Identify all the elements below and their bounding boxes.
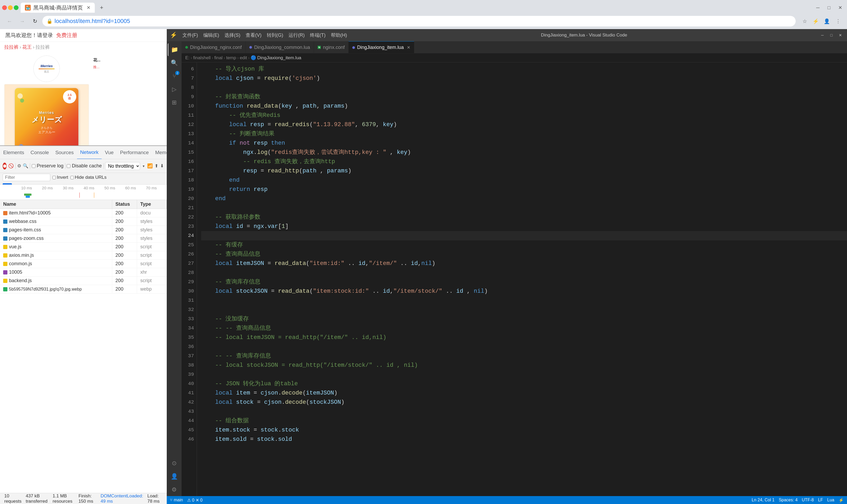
vscode-restore-btn[interactable]: □ xyxy=(828,32,835,39)
hide-data-urls-checkbox[interactable] xyxy=(70,176,74,179)
menu-btn[interactable]: ⋮ xyxy=(833,16,843,26)
vscode-status-git[interactable]: ⑂ main xyxy=(170,498,183,502)
code-line-46: item.sold = stock.sold xyxy=(201,435,847,444)
invert-checkbox[interactable] xyxy=(52,176,56,179)
preserve-log-label[interactable]: Preserve log xyxy=(32,163,64,169)
export-icon[interactable]: ⬇ xyxy=(160,163,164,169)
minimize-btn[interactable]: ─ xyxy=(813,3,823,13)
tab-nginx-conf-2[interactable]: N nginx.conf xyxy=(314,41,349,53)
hide-data-urls-label[interactable]: Hide data URLs xyxy=(70,175,107,180)
vscode-close-btn[interactable]: ✕ xyxy=(837,32,844,39)
th-type[interactable]: Type xyxy=(137,200,167,209)
devtools-tab-vue[interactable]: Vue xyxy=(102,146,117,159)
table-row[interactable]: webbase.css 200 styles xyxy=(0,217,167,226)
vscode-menu-help[interactable]: 帮助(H) xyxy=(329,31,349,39)
minimize-window-btn[interactable] xyxy=(8,5,13,10)
devtools-tab-network[interactable]: Network xyxy=(77,146,102,159)
activity-icon-account[interactable]: 👤 xyxy=(168,470,180,483)
bc-temp[interactable]: temp xyxy=(226,55,236,60)
vscode-status-lang[interactable]: Lua xyxy=(827,498,834,502)
activity-icon-search[interactable]: 🔍 xyxy=(168,57,180,69)
breadcrumb-item-2[interactable]: 花王 xyxy=(22,44,32,50)
preserve-log-checkbox[interactable] xyxy=(32,164,35,168)
import-icon[interactable]: ⬆ xyxy=(154,163,158,169)
activity-icon-settings[interactable]: ⚙ xyxy=(168,483,180,496)
vscode-logo: ⚡ xyxy=(170,32,177,39)
table-row[interactable]: 5b595759N7d92f931.jpg!q70.jpg.webp 200 w… xyxy=(0,285,167,293)
table-row[interactable]: pages-item.css 200 styles xyxy=(0,226,167,234)
editor-content: 6 7 8 9 10 11 12 13 14 15 16 17 xyxy=(182,62,847,496)
th-name[interactable]: Name xyxy=(0,200,112,209)
devtools-tab-performance[interactable]: Performance xyxy=(117,146,152,159)
table-row[interactable]: item.html?id=10005 200 docu xyxy=(0,209,167,217)
activity-icon-extensions[interactable]: ⊞ xyxy=(168,96,180,109)
bc-filename[interactable]: DingJiaxiong_item.lua xyxy=(257,55,301,60)
bc-drive[interactable]: E: xyxy=(185,55,190,60)
dom-content-loaded[interactable]: DOMContentLoaded: 49 ms xyxy=(101,493,143,504)
vscode-menu-terminal[interactable]: 终端(T) xyxy=(308,31,328,39)
table-row[interactable]: vue.js 200 script xyxy=(0,243,167,251)
table-row[interactable]: pages-zoom.css 200 styles xyxy=(0,234,167,243)
refresh-btn[interactable]: ↻ xyxy=(30,16,40,26)
url-text: localhost/item.html?id=10005 xyxy=(54,18,791,24)
devtools-tab-console[interactable]: Console xyxy=(27,146,52,159)
filter-icon-btn[interactable]: ⚙ xyxy=(17,163,21,169)
bookmark-btn[interactable]: ☆ xyxy=(800,16,809,26)
activity-icon-git[interactable]: ⑂ 2 xyxy=(168,70,180,83)
code-line-25: -- 有缓存 xyxy=(201,240,847,250)
invert-label[interactable]: Invert xyxy=(52,175,68,180)
tab-item-lua-active[interactable]: DingJiaxiong_item.lua ✕ xyxy=(349,41,414,53)
new-tab-btn[interactable]: + xyxy=(97,3,106,13)
tab-common-lua[interactable]: DingJiaxiong_common.lua xyxy=(246,41,314,53)
vscode-menu-file[interactable]: 文件(F) xyxy=(180,31,200,39)
extensions-btn[interactable]: ⚡ xyxy=(811,16,820,26)
wifi-icon[interactable]: 📶 xyxy=(147,163,153,169)
restore-btn[interactable]: □ xyxy=(824,3,834,13)
table-row[interactable]: axios.min.js 200 script xyxy=(0,251,167,260)
tab-close-item-lua[interactable]: ✕ xyxy=(407,45,410,50)
vscode-minimize-btn[interactable]: ─ xyxy=(819,32,826,39)
table-row[interactable]: common.js 200 script xyxy=(0,260,167,268)
clear-btn[interactable]: 🚫 xyxy=(8,163,14,169)
devtools-tab-sources[interactable]: Sources xyxy=(52,146,77,159)
tab-close-btn[interactable]: ✕ xyxy=(87,5,90,11)
forward-btn[interactable]: → xyxy=(17,16,28,26)
close-btn[interactable]: ✕ xyxy=(835,3,845,13)
vscode-menu-edit[interactable]: 编辑(E) xyxy=(201,31,221,39)
vscode-status-errors[interactable]: ⚠ 0 ✕ 0 xyxy=(187,498,203,503)
filter-input[interactable] xyxy=(3,174,50,181)
back-btn[interactable]: ← xyxy=(4,16,15,26)
vscode-menu-goto[interactable]: 转到(G) xyxy=(265,31,285,39)
vscode-menu-run[interactable]: 运行(R) xyxy=(287,31,307,39)
product-image-col: Merries 花王 2.5倍 Merries メリーズ xyxy=(4,56,89,145)
register-link[interactable]: 免费注册 xyxy=(56,32,77,39)
disable-cache-checkbox[interactable] xyxy=(67,164,70,168)
vscode-menu-view[interactable]: 查看(V) xyxy=(243,31,264,39)
bc-final[interactable]: final xyxy=(214,55,223,60)
vscode-menu-select[interactable]: 选择(S) xyxy=(222,31,242,39)
search-icon-btn[interactable]: 🔍 xyxy=(23,163,28,169)
throttle-dropdown-btn[interactable]: ▾ xyxy=(142,163,145,169)
bc-edit[interactable]: edit xyxy=(240,55,247,60)
maximize-window-btn[interactable] xyxy=(14,5,19,10)
devtools-tab-elements[interactable]: Elements xyxy=(0,146,27,159)
breadcrumb-item-1[interactable]: 拉拉裤 xyxy=(4,44,19,50)
devtools-tab-memory[interactable]: Memory xyxy=(152,146,167,159)
disable-cache-label[interactable]: Disable cache xyxy=(67,163,102,169)
record-btn[interactable] xyxy=(3,163,6,169)
activity-icon-remote[interactable]: ⊙ xyxy=(168,457,180,470)
tab-nginx-conf[interactable]: DingJiaxiong_nginx.conf xyxy=(182,41,246,53)
profile-btn[interactable]: 👤 xyxy=(822,16,832,26)
active-tab[interactable]: 🏪 黑马商城-商品详情页 ✕ xyxy=(21,3,95,13)
url-bar[interactable]: 🔒 localhost/item.html?id=10005 xyxy=(42,16,796,26)
filename-9: backend.js xyxy=(9,278,32,284)
activity-icon-explorer[interactable]: 📁 xyxy=(168,43,180,56)
code-line-23: local id = ngx.var[1] xyxy=(201,222,847,231)
table-row[interactable]: 10005 200 xhr xyxy=(0,268,167,276)
throttle-select[interactable]: No throttling xyxy=(105,162,140,170)
activity-icon-debug[interactable]: ▷ xyxy=(168,83,180,96)
table-row[interactable]: backend.js 200 script xyxy=(0,276,167,285)
bc-finalshell[interactable]: finalshell xyxy=(193,55,211,60)
close-window-btn[interactable] xyxy=(2,5,7,10)
th-status[interactable]: Status xyxy=(112,200,137,209)
